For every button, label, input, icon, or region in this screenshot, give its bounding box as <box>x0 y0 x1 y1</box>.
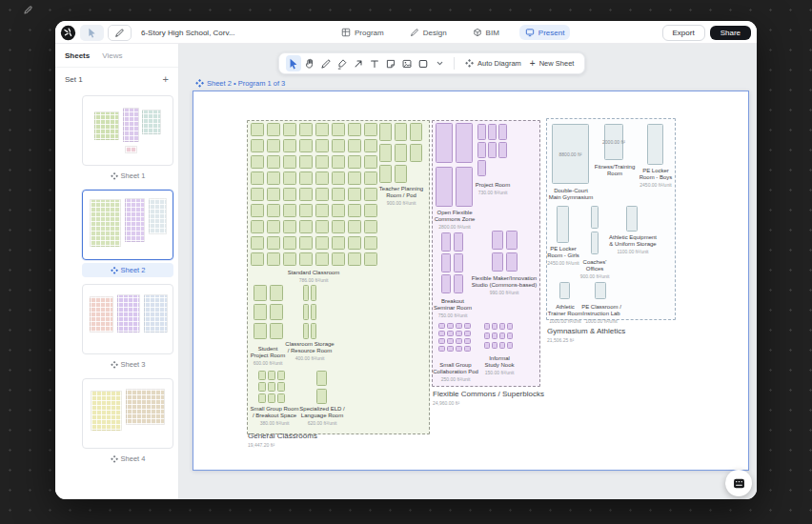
program-block[interactable] <box>332 171 345 185</box>
program-block[interactable] <box>258 382 266 392</box>
program-block[interactable] <box>464 338 471 344</box>
program-block[interactable] <box>270 285 283 301</box>
program-block[interactable] <box>410 144 422 162</box>
program-block[interactable] <box>591 206 599 229</box>
program-block[interactable] <box>348 220 361 233</box>
program-block[interactable] <box>456 123 473 163</box>
program-block[interactable] <box>267 123 280 136</box>
tab-present[interactable]: Present <box>519 25 571 40</box>
sheet-label[interactable]: Sheet 3 <box>82 357 173 372</box>
program-block[interactable] <box>492 342 497 349</box>
program-block[interactable] <box>277 382 285 392</box>
sheet-thumbnail[interactable] <box>82 190 173 260</box>
program-block[interactable] <box>438 323 445 329</box>
program-block[interactable] <box>395 144 407 162</box>
program-block[interactable] <box>498 142 507 158</box>
program-block[interactable] <box>591 232 599 254</box>
sheet-canvas[interactable]: General Classrooms19,447.20 ft²Standard … <box>193 91 749 471</box>
program-block[interactable] <box>299 155 313 169</box>
program-block[interactable] <box>267 236 280 250</box>
program-block[interactable] <box>507 342 513 349</box>
program-block[interactable] <box>456 331 462 336</box>
sheet-label[interactable]: Sheet 2 <box>82 263 173 277</box>
program-block[interactable] <box>477 124 486 140</box>
program-block[interactable] <box>311 304 316 320</box>
program-block[interactable] <box>277 371 285 380</box>
tab-program[interactable]: Program <box>335 25 390 40</box>
program-block[interactable] <box>270 323 283 339</box>
program-block[interactable] <box>332 123 345 136</box>
program-block[interactable] <box>299 236 313 250</box>
program-block[interactable] <box>379 144 392 162</box>
program-block[interactable] <box>251 139 264 152</box>
program-block[interactable] <box>499 323 505 330</box>
program-block[interactable] <box>315 188 329 201</box>
sticky-note-tool[interactable] <box>383 55 398 71</box>
program-block[interactable] <box>364 188 377 201</box>
program-block[interactable] <box>332 252 345 266</box>
program-block[interactable] <box>395 165 407 183</box>
tab-design[interactable]: Design <box>404 25 453 40</box>
tab-bim[interactable]: BIM <box>467 25 505 40</box>
program-block[interactable] <box>251 204 264 217</box>
shape-dropdown-chevron-icon[interactable] <box>432 55 447 71</box>
program-block[interactable] <box>364 123 377 136</box>
program-block[interactable] <box>379 123 392 141</box>
program-block[interactable] <box>438 346 445 352</box>
program-block[interactable] <box>267 252 280 266</box>
program-block[interactable] <box>364 252 377 266</box>
program-block[interactable] <box>364 155 377 169</box>
sidebar-tab-views[interactable]: Views <box>102 51 122 60</box>
program-block[interactable] <box>251 171 264 185</box>
hand-tool[interactable] <box>302 55 317 71</box>
program-block[interactable] <box>332 139 345 152</box>
program-block[interactable] <box>315 204 329 217</box>
program-block[interactable] <box>484 333 490 339</box>
program-block[interactable] <box>364 139 377 152</box>
program-block[interactable] <box>499 342 505 349</box>
program-block[interactable] <box>267 155 280 169</box>
program-block[interactable] <box>492 231 503 250</box>
program-block[interactable] <box>484 323 490 330</box>
program-block[interactable] <box>498 124 507 140</box>
program-block[interactable] <box>303 323 309 339</box>
program-block[interactable]: 8800.00 ft² <box>552 124 589 184</box>
program-block[interactable] <box>464 346 471 352</box>
program-block[interactable] <box>456 167 473 207</box>
program-block[interactable] <box>447 338 454 344</box>
share-button[interactable]: Share <box>710 26 751 40</box>
new-sheet-button[interactable]: + New Sheet <box>526 59 579 69</box>
sheet-label[interactable]: Sheet 4 <box>82 452 173 466</box>
program-block[interactable] <box>258 393 266 403</box>
program-block[interactable] <box>557 206 569 243</box>
canvas-area[interactable]: Auto Diagram + New Sheet Sheet 2 • Progr… <box>179 44 757 499</box>
program-block[interactable] <box>499 333 505 339</box>
sheet-thumbnail[interactable] <box>82 95 173 166</box>
program-block[interactable] <box>477 160 486 176</box>
program-block[interactable] <box>254 304 267 320</box>
program-block[interactable] <box>251 252 264 266</box>
program-block[interactable] <box>267 171 280 185</box>
program-block[interactable] <box>332 155 345 169</box>
keyboard-shortcuts-button[interactable] <box>725 470 752 496</box>
program-block[interactable] <box>332 236 345 250</box>
export-button[interactable]: Export <box>662 25 705 41</box>
program-block[interactable] <box>283 252 296 266</box>
program-block[interactable] <box>316 389 327 404</box>
program-block[interactable] <box>267 188 280 201</box>
program-block[interactable] <box>283 155 296 169</box>
program-block[interactable] <box>267 220 280 233</box>
app-logo-icon[interactable] <box>60 25 76 41</box>
program-block[interactable] <box>251 123 264 136</box>
program-block[interactable] <box>348 171 361 185</box>
program-block[interactable] <box>303 285 309 301</box>
program-block[interactable] <box>348 204 361 217</box>
program-block[interactable] <box>506 252 518 272</box>
document-title[interactable]: 6-Story High School, Corv... <box>141 29 235 37</box>
pointer-mode-button[interactable] <box>80 25 104 41</box>
program-block[interactable] <box>364 171 377 185</box>
program-block[interactable] <box>436 123 453 163</box>
program-block[interactable] <box>254 285 267 301</box>
program-block[interactable] <box>267 139 280 152</box>
program-block[interactable] <box>477 142 486 158</box>
